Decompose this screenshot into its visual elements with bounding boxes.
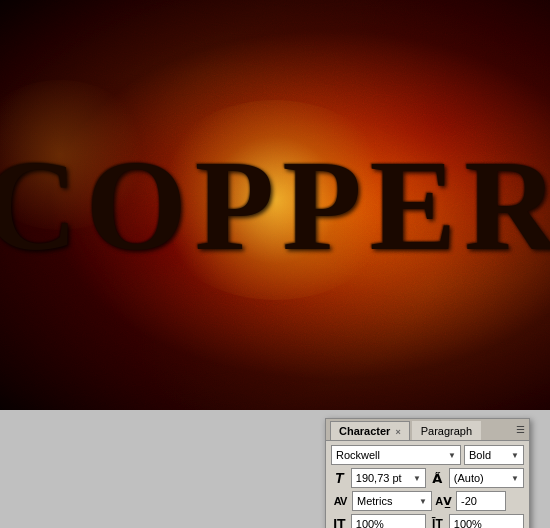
kerning-arrow: ▼ [419, 497, 427, 506]
font-size-arrow: ▼ [413, 474, 421, 483]
leading-icon: A̋ [429, 471, 446, 486]
font-row: Rockwell ▼ Bold ▼ [331, 445, 524, 465]
tracking-field[interactable]: -20 [456, 491, 506, 511]
font-name-arrow: ▼ [448, 451, 456, 460]
font-size-field[interactable]: 190,73 pt ▼ [351, 468, 426, 488]
tab-paragraph[interactable]: Paragraph [412, 421, 481, 440]
panel-menu-icon[interactable]: ☰ [516, 424, 525, 435]
vscale-icon: IT [331, 516, 348, 528]
kerning-icon: AV [331, 495, 349, 507]
hscale-icon: ĪT [429, 517, 446, 528]
tracking-icon: AV̲ [435, 495, 453, 508]
tab-character[interactable]: Character × [330, 421, 410, 440]
kerning-select[interactable]: Metrics ▼ [352, 491, 432, 511]
horizontal-scale-field[interactable]: 100% [449, 514, 524, 528]
font-style-select[interactable]: Bold ▼ [464, 445, 524, 465]
canvas-area: COPPER [0, 0, 550, 410]
panel-body: Rockwell ▼ Bold ▼ T 190,73 pt ▼ A̋ (Auto… [326, 441, 529, 528]
character-panel: Character × Paragraph ☰ Rockwell ▼ Bold … [325, 418, 530, 528]
leading-arrow: ▼ [511, 474, 519, 483]
kerning-tracking-row: AV Metrics ▼ AV̲ -20 [331, 491, 524, 511]
copper-text: COPPER [0, 130, 550, 280]
panel-tabs: Character × Paragraph ☰ [326, 419, 529, 441]
font-style-arrow: ▼ [511, 451, 519, 460]
size-leading-row: T 190,73 pt ▼ A̋ (Auto) ▼ [331, 468, 524, 488]
leading-field[interactable]: (Auto) ▼ [449, 468, 524, 488]
scale-row: IT 100% ĪT 100% [331, 514, 524, 528]
font-name-select[interactable]: Rockwell ▼ [331, 445, 461, 465]
close-tab-icon[interactable]: × [395, 427, 400, 437]
bottom-bar: Character × Paragraph ☰ Rockwell ▼ Bold … [0, 410, 550, 528]
vertical-scale-field[interactable]: 100% [351, 514, 426, 528]
font-size-icon: T [331, 470, 348, 486]
